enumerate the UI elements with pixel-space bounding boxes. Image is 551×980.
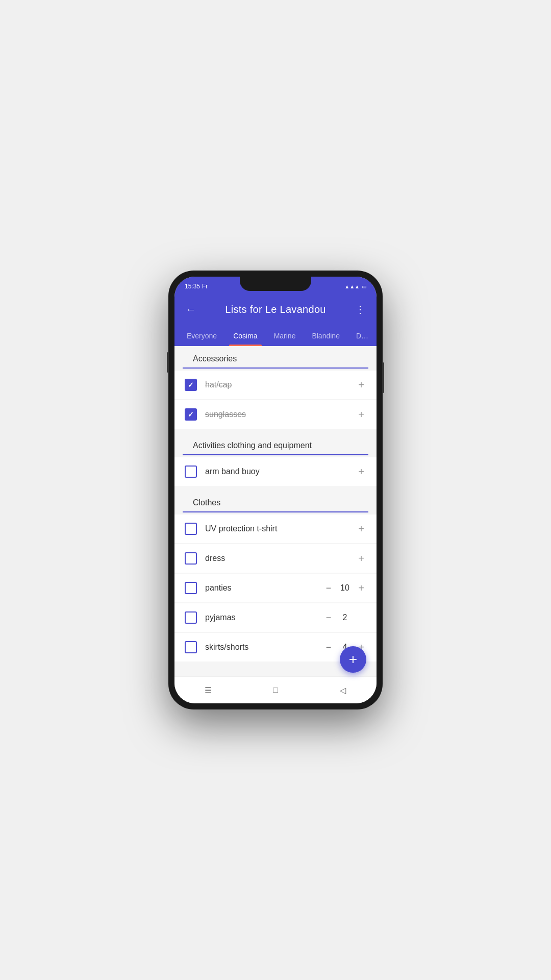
battery-icon: ▭ <box>362 284 366 289</box>
decrease-pyjamas-button[interactable]: − <box>321 610 336 625</box>
list-item: dress + <box>174 544 377 573</box>
checkbox-pyjamas[interactable] <box>185 611 197 624</box>
add-sunglasses-button[interactable]: + <box>354 407 368 422</box>
tab-marine[interactable]: Marine <box>266 326 304 346</box>
tab-cosima[interactable]: Cosima <box>225 326 265 346</box>
status-icons: ▲▲▲ ▭ <box>344 284 366 289</box>
app-header: ← Lists for Le Lavandou ⋮ <box>174 295 377 326</box>
content-area: Accessories hat/cap + sunglasses + <box>174 346 377 676</box>
list-item: sunglasses + <box>174 400 377 429</box>
checkbox-arm-band-buoy[interactable] <box>185 465 197 478</box>
list-item: pyjamas − 2 + <box>174 603 377 632</box>
section-clothes-title: Clothes <box>183 490 368 512</box>
item-label-sunglasses: sunglasses <box>205 410 354 419</box>
item-label-dress: dress <box>205 554 354 563</box>
volume-button <box>167 352 169 373</box>
item-actions-sunglasses: + <box>354 407 368 422</box>
bottom-nav: ☰ □ ◁ <box>174 676 377 703</box>
signal-icon: ▲▲▲ <box>344 284 360 289</box>
more-options-button[interactable]: ⋮ <box>352 301 368 317</box>
nav-menu-icon[interactable]: ☰ <box>200 682 216 698</box>
section-accessories-title: Accessories <box>183 346 368 369</box>
add-arm-band-buoy-button[interactable]: + <box>354 464 368 479</box>
tab-d[interactable]: D… <box>348 326 377 346</box>
item-label-skirts-shorts: skirts/shorts <box>205 643 321 652</box>
page-title: Lists for Le Lavandou <box>225 304 326 315</box>
power-button <box>382 362 384 393</box>
list-item: UV protection t-shirt + <box>174 514 377 543</box>
checkbox-panties[interactable] <box>185 582 197 594</box>
phone-device: 15:35 Fr ▲▲▲ ▭ ← Lists for Le Lavandou ⋮… <box>168 271 383 709</box>
fab-add-button[interactable]: + <box>340 646 366 673</box>
item-label-arm-band-buoy: arm band buoy <box>205 467 354 476</box>
list-item: arm band buoy + <box>174 457 377 486</box>
decrease-panties-button[interactable]: − <box>321 581 336 595</box>
tab-blandine[interactable]: Blandine <box>304 326 348 346</box>
tab-everyone[interactable]: Everyone <box>179 326 225 346</box>
nav-back-icon[interactable]: ◁ <box>335 682 351 698</box>
item-actions-panties: − 10 + <box>321 581 368 595</box>
add-dress-button[interactable]: + <box>354 551 368 566</box>
item-actions-arm-band-buoy: + <box>354 464 368 479</box>
item-actions-pyjamas: − 2 + <box>321 610 368 625</box>
add-uv-protection-button[interactable]: + <box>354 522 368 536</box>
item-label-uv-protection: UV protection t-shirt <box>205 524 354 533</box>
checkbox-sunglasses[interactable] <box>185 408 197 421</box>
checkbox-hat-cap[interactable] <box>185 379 197 391</box>
day-display: Fr <box>202 283 208 290</box>
section-clothes: Clothes UV protection t-shirt + dress + <box>174 490 377 662</box>
item-label-pyjamas: pyjamas <box>205 613 321 622</box>
quantity-pyjamas: 2 <box>340 613 350 622</box>
item-actions-hat-cap: + <box>354 378 368 392</box>
phone-screen: 15:35 Fr ▲▲▲ ▭ ← Lists for Le Lavandou ⋮… <box>174 277 377 703</box>
checkbox-uv-protection[interactable] <box>185 523 197 535</box>
back-button[interactable]: ← <box>183 301 199 317</box>
checkbox-dress[interactable] <box>185 552 197 565</box>
nav-home-icon[interactable]: □ <box>267 682 284 698</box>
decrease-skirts-button[interactable]: − <box>321 640 336 654</box>
list-item: hat/cap + <box>174 371 377 399</box>
item-label-hat-cap: hat/cap <box>205 380 354 389</box>
item-actions-dress: + <box>354 551 368 566</box>
quantity-panties: 10 <box>340 583 350 593</box>
section-accessories: Accessories hat/cap + sunglasses + <box>174 346 377 429</box>
tabs-bar: Everyone Cosima Marine Blandine D… <box>174 326 377 346</box>
increase-panties-button[interactable]: + <box>354 581 368 595</box>
item-label-panties: panties <box>205 583 321 593</box>
section-activities-title: Activities clothing and equipment <box>183 433 368 455</box>
status-time: 15:35 Fr <box>185 283 208 290</box>
list-item: panties − 10 + <box>174 574 377 602</box>
section-activities: Activities clothing and equipment arm ba… <box>174 433 377 486</box>
item-actions-uv-protection: + <box>354 522 368 536</box>
notch <box>240 277 311 291</box>
checkbox-skirts-shorts[interactable] <box>185 641 197 653</box>
add-hat-cap-button[interactable]: + <box>354 378 368 392</box>
time-display: 15:35 <box>185 283 200 290</box>
